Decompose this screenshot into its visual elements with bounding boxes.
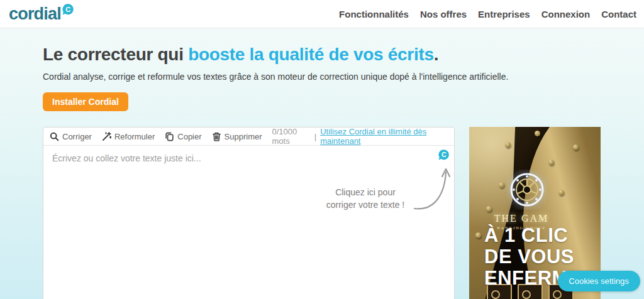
title-suffix: . [434,45,438,64]
ad-headline-line-2: DE VOUS [484,246,596,268]
ad-headline-line-1: À 1 CLIC [484,225,596,246]
unlimited-upgrade-link[interactable]: Utilisez Cordial en illimité dès mainten… [320,127,448,146]
rivet [573,144,579,150]
nav-item-connexion[interactable]: Connexion [541,9,591,19]
header: cordial C Fonctionnalités Nos offres Ent… [0,0,644,28]
search-icon [50,132,59,141]
hero-subtitle: Cordial analyse, corrige et reformule vo… [43,72,644,82]
rivet [558,190,564,195]
correct-hint-text: Cliquez ici pour corriger votre texte ! [316,186,415,212]
editor-placeholder: Écrivez ou collez votre texte juste ici.… [52,153,445,163]
curved-arrow-icon [413,165,452,214]
correct-bubble-button[interactable]: C [438,149,450,161]
logo[interactable]: cordial C [9,1,74,27]
toolbar-right: 0/1000 mots | Utilisez Cordial en illimi… [272,127,448,146]
supprimer-label: Supprimer [225,132,262,141]
page-title: Le correcteur qui booste la qualité de v… [43,45,644,65]
corriger-label: Corriger [62,132,92,141]
title-prefix: Le correcteur qui [43,45,188,64]
nav-item-fonctionnalites[interactable]: Fonctionnalités [339,9,409,19]
copy-icon [165,132,174,141]
rivet [499,182,504,188]
rivet [475,232,481,238]
magic-wand-icon [102,132,111,141]
editor-toolbar: Corriger Reformuler Copier [43,128,454,146]
nav-item-nos-offres[interactable]: Nos offres [420,9,467,19]
logo-text: cordial [9,1,61,27]
corriger-button[interactable]: Corriger [50,132,92,141]
ad-sign-title: THE GAM [474,213,569,224]
nav-item-contact[interactable]: Contact [601,9,636,19]
cookies-settings-button[interactable]: Cookies settings [558,271,640,291]
hint-line-1: Cliquez ici pour [316,186,415,198]
copier-button[interactable]: Copier [165,132,201,141]
word-count: 0/1000 mots [272,127,311,146]
trash-icon [212,132,221,141]
vault-wheel-emblem-icon [507,170,547,210]
separator: | [314,132,316,141]
svg-text:C: C [441,151,447,158]
text-editor-card: Corriger Reformuler Copier [43,127,455,299]
reformuler-button[interactable]: Reformuler [102,132,155,141]
supprimer-button[interactable]: Supprimer [212,132,262,141]
cordial-bubble-icon: C [438,149,450,161]
reformuler-label: Reformuler [114,132,155,141]
nav-item-entreprises[interactable]: Entreprises [478,9,530,19]
hint-line-2: corriger votre texte ! [316,198,415,211]
rivet [505,142,511,148]
install-cordial-button[interactable]: Installer Cordial [43,92,128,111]
svg-text:C: C [65,6,70,13]
title-highlight: booste la qualité de vos écrits [188,45,434,64]
hero-section: Le correcteur qui booste la qualité de v… [43,45,644,111]
cordial-bubble-icon: C [62,3,74,16]
workspace: Corriger Reformuler Copier [43,127,644,299]
copier-label: Copier [177,132,201,141]
text-editor-area[interactable]: Écrivez ou collez votre texte juste ici.… [43,146,454,299]
main-nav: Fonctionnalités Nos offres Entreprises C… [339,9,636,19]
rivet [548,160,554,165]
rivet [535,131,540,136]
rivet [486,206,492,212]
